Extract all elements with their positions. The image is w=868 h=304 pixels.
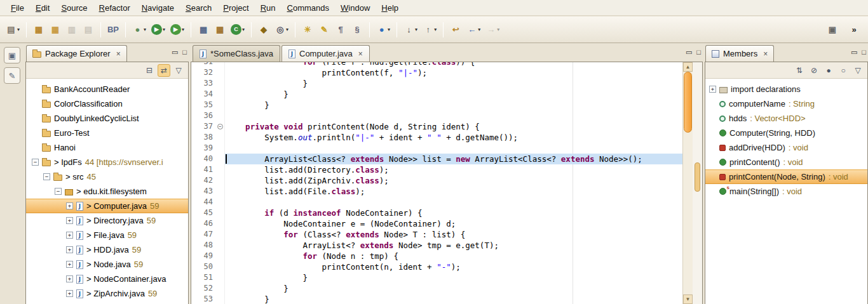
menu-help[interactable]: Help [376, 1, 404, 15]
view-menu-button[interactable]: ▽ [172, 64, 185, 77]
block-selection-button[interactable]: § [349, 22, 365, 38]
tree-item[interactable]: ColorClassification [26, 96, 188, 111]
scroll-up-icon[interactable]: ▲ [683, 62, 693, 72]
debug-button[interactable]: ●▾ [130, 22, 148, 38]
tree-item[interactable]: −> edu.kit.filesystem [26, 184, 188, 199]
export-jar-button[interactable]: ◆ [256, 22, 271, 38]
hide-static-members-button[interactable]: ⊘ [808, 64, 820, 77]
annotation-ruler[interactable] [191, 251, 199, 261]
collapse-expander-icon[interactable]: − [43, 173, 50, 180]
search-menu-button[interactable]: ◎▾ [273, 22, 290, 38]
annotation-ruler[interactable] [191, 197, 199, 208]
tree-item[interactable]: Euro-Test [26, 126, 188, 140]
menu-file[interactable]: File [5, 1, 30, 15]
expand-expander-icon[interactable]: + [66, 290, 73, 297]
collapse-all-button[interactable]: ⊟ [143, 64, 156, 77]
member-item[interactable]: +import declarations [705, 82, 867, 96]
annotation-ruler[interactable] [191, 175, 199, 186]
code-text[interactable]: for (Node n : tmp) { [225, 251, 682, 261]
dropdown-arrow-icon[interactable]: ▾ [144, 27, 146, 32]
dropdown-arrow-icon[interactable]: ▾ [17, 27, 20, 32]
collapse-expander-icon[interactable]: − [32, 159, 39, 166]
member-item[interactable]: printContent() : void [705, 155, 867, 169]
member-item[interactable]: Computer(String, HDD) [705, 126, 867, 140]
new-package-button[interactable]: ▦ [212, 22, 227, 38]
tree-item[interactable]: +J> NodeContainer.java [26, 272, 188, 286]
dropdown-arrow-icon[interactable]: ▾ [286, 27, 288, 32]
member-item[interactable]: computerName : String [705, 96, 867, 111]
menu-refactor[interactable]: Refactor [93, 1, 136, 15]
new-class-button[interactable]: C▾ [229, 22, 247, 38]
annotation-ruler[interactable] [191, 218, 199, 229]
save-button[interactable]: ▥ [64, 22, 79, 38]
code-text[interactable]: for (Class<? extends Node> T : list) { [225, 229, 682, 240]
tree-item[interactable]: +J> ZipArchiv.java59 [26, 286, 188, 301]
editor-tab[interactable]: J*SomeClass.java [193, 45, 280, 62]
minimize-button[interactable]: ▭ [851, 48, 857, 56]
code-text[interactable]: } [225, 283, 682, 294]
sort-members-button[interactable]: ⇅ [793, 64, 806, 77]
search-button[interactable]: ☀ [300, 22, 315, 38]
external-tools-button[interactable]: ▶▾ [168, 22, 186, 38]
menu-project[interactable]: Project [217, 1, 254, 15]
code-text[interactable]: printContent(n, ident + "-"); [225, 261, 682, 272]
maximize-button[interactable]: □ [862, 48, 866, 56]
scroll-down-icon[interactable]: ▼ [683, 294, 693, 304]
annotation-ruler[interactable] [191, 100, 199, 110]
scrollbar-thumb[interactable] [684, 72, 692, 133]
fold-collapse-icon[interactable]: − [217, 124, 223, 129]
dropdown-arrow-icon[interactable]: ▾ [478, 27, 480, 32]
package-explorer-tab[interactable]: Package Explorer × [26, 45, 127, 62]
annotation-ruler[interactable] [191, 164, 199, 175]
tree-item[interactable]: +J> HDD.java59 [26, 242, 188, 257]
annotation-ruler[interactable] [191, 154, 199, 164]
close-icon[interactable]: × [763, 50, 768, 58]
hide-non-public-button[interactable]: ○ [837, 64, 850, 77]
expand-expander-icon[interactable]: + [66, 275, 73, 282]
code-text[interactable]: ArrayList<? extends Node> tmp = e.get(T)… [225, 240, 682, 251]
code-text[interactable]: } [225, 272, 682, 283]
maximize-button[interactable]: □ [696, 48, 701, 56]
dropdown-arrow-icon[interactable]: ▾ [163, 27, 165, 32]
tree-item[interactable]: DoublyLinkedCyclicList [26, 111, 188, 126]
annotation-ruler[interactable] [191, 89, 199, 100]
annotation-ruler[interactable] [191, 143, 199, 154]
annotation-ruler[interactable] [191, 110, 199, 121]
pin-editor-button[interactable]: ▣ [825, 22, 840, 38]
code-text[interactable]: for (File f : hdd.get(File.class)) { [225, 62, 682, 67]
code-text[interactable]: } [225, 89, 682, 100]
annotation-ruler[interactable] [191, 261, 199, 272]
dropdown-arrow-icon[interactable]: ▾ [242, 27, 245, 32]
expand-expander-icon[interactable]: + [66, 261, 73, 268]
annotation-ruler[interactable] [191, 240, 199, 251]
annotation-ruler[interactable] [191, 62, 199, 67]
menu-search[interactable]: Search [180, 1, 217, 15]
link-with-editor-button[interactable]: ⇄ [158, 64, 170, 77]
forward-button[interactable]: →▾ [484, 22, 501, 38]
annotation-ruler[interactable] [191, 208, 199, 218]
code-text[interactable] [225, 143, 682, 154]
code-text[interactable]: list.add(File.class); [225, 186, 682, 197]
tree-item[interactable]: +J> Computer.java59 [26, 199, 188, 213]
overview-ruler[interactable] [693, 62, 702, 304]
annotation-ruler[interactable] [191, 121, 199, 132]
dropdown-arrow-icon[interactable]: ▾ [434, 27, 437, 32]
tree-item[interactable]: Hanoi [26, 140, 188, 155]
editor-tab[interactable]: JComputer.java× [281, 45, 370, 62]
hide-fields-button[interactable]: ● [822, 64, 835, 77]
mark-occurrences-button[interactable]: ✎ [316, 22, 332, 38]
menu-navigate[interactable]: Navigate [136, 1, 180, 15]
menu-edit[interactable]: Edit [30, 1, 55, 15]
annotation-ruler[interactable] [191, 283, 199, 294]
menu-window[interactable]: Window [335, 1, 376, 15]
code-text[interactable]: printContent(f, "|-"); [225, 67, 682, 78]
build-button[interactable]: BP [105, 22, 121, 38]
new-wizard-button[interactable]: ▤▾ [4, 22, 22, 38]
annotation-ruler[interactable] [191, 132, 199, 143]
overview-marker[interactable] [695, 162, 700, 192]
code-text[interactable]: private void printContent(Node d, String… [225, 121, 682, 132]
menu-source[interactable]: Source [55, 1, 93, 15]
code-text[interactable]: } [225, 78, 682, 89]
members-tab[interactable]: Members × [705, 45, 774, 62]
expand-expander-icon[interactable]: + [66, 246, 73, 253]
